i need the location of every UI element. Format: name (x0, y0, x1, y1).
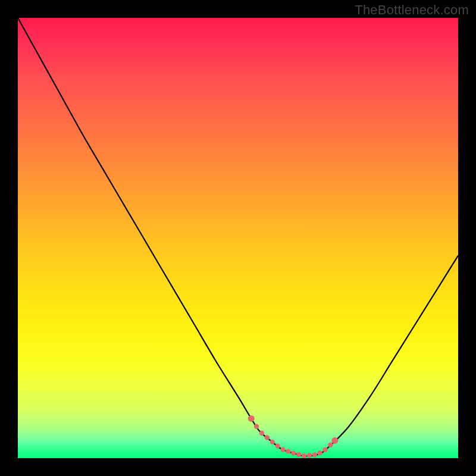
curve-layer (18, 18, 458, 458)
svg-point-10 (302, 453, 306, 458)
svg-point-16 (248, 415, 255, 422)
watermark-label: TheBottleneck.com (355, 2, 469, 18)
chart-container: TheBottleneck.com (0, 0, 476, 476)
svg-point-7 (286, 449, 290, 453)
svg-point-12 (312, 452, 317, 457)
svg-point-17 (331, 437, 338, 444)
svg-point-1 (254, 424, 259, 429)
svg-point-6 (280, 447, 285, 452)
svg-point-5 (275, 443, 280, 448)
svg-point-4 (270, 440, 275, 444)
plot-area (18, 18, 458, 458)
svg-point-8 (291, 450, 296, 455)
bottleneck-curve (18, 18, 458, 456)
svg-point-13 (317, 450, 322, 455)
svg-point-14 (322, 447, 327, 452)
svg-point-2 (259, 431, 264, 436)
svg-point-9 (296, 452, 301, 457)
svg-point-15 (328, 443, 333, 447)
optimal-zone-dots (248, 415, 339, 458)
svg-point-3 (265, 435, 270, 440)
svg-point-11 (307, 453, 312, 458)
